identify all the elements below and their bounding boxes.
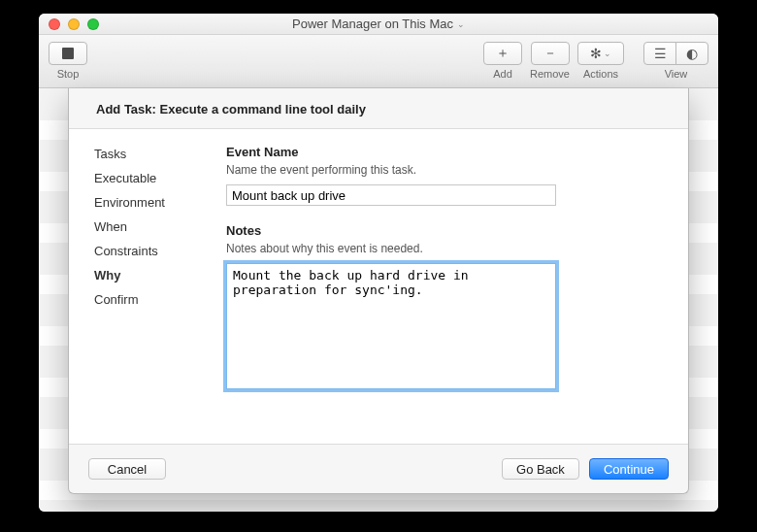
- sheet-footer: Cancel Go Back Continue: [69, 445, 688, 493]
- wizard-step-constraints[interactable]: Constraints: [94, 244, 209, 258]
- sheet-title: Add Task: Execute a command line tool da…: [69, 88, 688, 128]
- plus-icon: ＋: [496, 45, 510, 62]
- event-name-title: Event Name: [226, 145, 665, 159]
- view-gauge-button[interactable]: ◐: [675, 42, 708, 65]
- wizard-step-when[interactable]: When: [94, 219, 209, 234]
- gear-icon: ✻: [590, 46, 602, 61]
- view-list-button[interactable]: ☰: [643, 42, 676, 65]
- toolbar-stop-group: Stop: [49, 39, 87, 80]
- stop-icon: [62, 48, 74, 59]
- wizard-steps: TasksExecutableEnvironmentWhenConstraint…: [92, 145, 209, 428]
- cancel-button[interactable]: Cancel: [88, 458, 166, 480]
- add-button[interactable]: ＋: [483, 42, 522, 65]
- app-window: Power Manager on This Mac ⌄ Stop ＋ Add －…: [39, 14, 718, 512]
- add-label: Add: [493, 68, 512, 80]
- view-segmented-control: ☰ ◐: [643, 39, 708, 65]
- remove-label: Remove: [530, 68, 570, 80]
- remove-button[interactable]: －: [531, 42, 570, 65]
- minus-icon: －: [543, 45, 557, 62]
- stop-label: Stop: [57, 68, 80, 80]
- notes-field: Notes Notes about why this event is need…: [226, 223, 665, 392]
- notes-desc: Notes about why this event is needed.: [226, 242, 665, 255]
- list-icon: ☰: [654, 46, 667, 61]
- stop-button[interactable]: [49, 42, 87, 65]
- continue-button[interactable]: Continue: [589, 458, 669, 480]
- chevron-down-icon: ⌄: [457, 19, 465, 29]
- chevron-down-icon: ⌄: [604, 49, 611, 58]
- window-body: Add Task: Execute a command line tool da…: [39, 88, 718, 512]
- actions-label: Actions: [583, 68, 618, 80]
- gauge-icon: ◐: [686, 46, 698, 61]
- notes-title: Notes: [226, 223, 665, 238]
- add-task-sheet: Add Task: Execute a command line tool da…: [68, 88, 689, 494]
- sheet-body: TasksExecutableEnvironmentWhenConstraint…: [69, 128, 688, 445]
- wizard-step-environment[interactable]: Environment: [94, 195, 209, 210]
- wizard-step-executable[interactable]: Executable: [94, 171, 209, 185]
- event-name-input[interactable]: [226, 184, 556, 206]
- go-back-button[interactable]: Go Back: [502, 458, 579, 480]
- window-title-text: Power Manager on This Mac: [292, 17, 453, 31]
- actions-button[interactable]: ✻ ⌄: [577, 42, 624, 65]
- form-column: Event Name Name the event performing thi…: [226, 145, 665, 428]
- titlebar: Power Manager on This Mac ⌄: [39, 14, 718, 35]
- wizard-step-why[interactable]: Why: [94, 268, 209, 283]
- view-label: View: [665, 68, 688, 80]
- wizard-step-confirm[interactable]: Confirm: [94, 292, 209, 307]
- event-name-desc: Name the event performing this task.: [226, 163, 665, 177]
- notes-textarea[interactable]: [226, 263, 556, 389]
- event-name-field: Event Name Name the event performing thi…: [226, 145, 665, 206]
- wizard-step-tasks[interactable]: Tasks: [94, 147, 209, 161]
- toolbar: Stop ＋ Add － Remove ✻ ⌄ Actions: [39, 35, 718, 88]
- window-title[interactable]: Power Manager on This Mac ⌄: [39, 17, 718, 31]
